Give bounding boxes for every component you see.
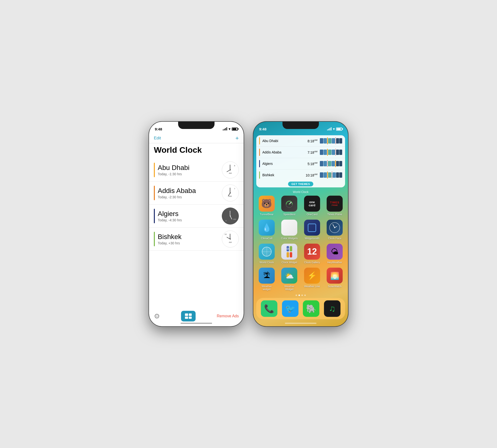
evernote-icon: 🐘 (306, 304, 316, 313)
home-indicator-right (285, 323, 316, 324)
app-label: OneCard (307, 213, 317, 216)
minute-hand (230, 211, 230, 216)
status-icons-left: ▾ (223, 127, 238, 131)
city-info: Algiers Today, -4:30 hrs (158, 210, 219, 222)
bear-icon: 🐻 (261, 199, 272, 209)
app-icon-spotify: ♫ (324, 300, 341, 317)
widget-accent (259, 171, 260, 179)
clock-am-label: AM (229, 172, 232, 174)
widget-accent (259, 149, 260, 156)
widget-row-bishkek: Bishkek 10:18AM (256, 169, 345, 181)
app-heyweather[interactable]: 🌤 HeyWeather (326, 244, 344, 264)
app-label: Clock Widget (281, 261, 297, 264)
app-onecard[interactable]: one card OneCard (303, 196, 322, 216)
widget-time: 10:18AM (306, 173, 317, 177)
city-time-diff: Today, +30 hrs (158, 241, 219, 245)
onecard-content: one card (309, 200, 315, 207)
app-row-3: World Clock 12 Clock Widget 12 (253, 244, 348, 264)
app-widgetsmith[interactable]: Widgetsmith (303, 220, 322, 240)
app-icon-clockface (327, 220, 343, 236)
colorwidgets-content (287, 220, 292, 235)
clock-hour-label: 8 (234, 165, 235, 167)
svg-point-2 (289, 204, 290, 205)
clock-face: 10 AM (222, 231, 239, 248)
app-clockwidget[interactable]: 12 Clock Widget (280, 244, 299, 264)
app-label: Speedtest (283, 213, 295, 216)
list-item-bishkek[interactable]: Bishkek Today, +30 hrs 10 AM (149, 228, 244, 251)
app-weatherline[interactable]: ⚡ Weather Line (303, 268, 322, 291)
app-label: Weather widget (258, 285, 275, 291)
app-tunnelbear[interactable]: 🐻 TunnelBear (257, 196, 276, 216)
worldclock-content (262, 247, 272, 256)
app-weatherwidget1[interactable]: 🏝 Weather widget (257, 268, 276, 291)
get-themes-button[interactable]: GET THEMES (288, 182, 313, 186)
app-icon-twitter: 🐦 (282, 300, 298, 317)
app-icon-speedtest (281, 196, 297, 212)
widget-bar (320, 137, 342, 144)
app-clockgallery[interactable]: 12 Clock Gallery (303, 244, 322, 264)
dock-phone[interactable]: 📞 (261, 300, 277, 317)
clock-am-label: AM (229, 241, 232, 243)
app-icon-solarwatch: 🌅 (327, 268, 343, 284)
widget-button[interactable] (181, 311, 196, 321)
page-dot-3 (301, 295, 303, 296)
minute-hand (230, 234, 230, 239)
app-row-2: 💧 ClimaCell Color Widgets (253, 220, 348, 240)
app-label: Clock Gallery (304, 261, 320, 264)
city-name: Algiers (158, 210, 219, 218)
widget-city-name: Abu Dhabi (262, 139, 308, 143)
city-accent (154, 163, 155, 177)
signal-icon (223, 128, 227, 130)
dock-evernote[interactable]: 🐘 (303, 300, 319, 317)
app-icon-tunnelbear: 🐻 (259, 196, 275, 212)
page-dot-1 (296, 295, 297, 296)
wifi-icon: ▾ (229, 127, 230, 131)
clock-face: 8 AM (222, 161, 239, 178)
app-timesprime[interactable]: TIMES PRIME Times Prime (326, 196, 344, 216)
page-indicators (253, 295, 348, 296)
app-label: Weather Line (304, 285, 320, 288)
remove-ads-button[interactable]: Remove Ads (217, 314, 239, 318)
list-item-algiers[interactable]: Algiers Today, -4:30 hrs AM 5 (149, 205, 244, 228)
page-dot-2 (298, 295, 300, 296)
app-row-4: 🏝 Weather widget ⛅ Weather Widget ⚡ Weat… (253, 268, 348, 291)
center-dot-icon (334, 227, 335, 228)
clock-am-label: AM (233, 218, 236, 220)
app-icon-clockgallery: 12 (304, 244, 320, 260)
center-dot (230, 216, 231, 216)
center-dot (230, 239, 231, 240)
app-worldclock[interactable]: World Clock (257, 244, 276, 264)
list-item-addis-ababa[interactable]: Addis Ababa Today, -2:30 hrs 7 AM (149, 182, 244, 205)
status-time-left: 9:48 (155, 127, 162, 131)
city-accent (154, 209, 155, 223)
app-solarwatch[interactable]: 🌅 SolarWatch (326, 268, 344, 291)
app-icon-clockwidget: 12 (281, 244, 297, 260)
home-indicator (181, 323, 212, 324)
dock-twitter[interactable]: 🐦 (282, 300, 298, 317)
bottom-toolbar: ⚙ Remove Ads (149, 311, 244, 321)
app-weatherwidget2[interactable]: ⛅ Weather Widget (280, 268, 299, 291)
settings-icon[interactable]: ⚙ (154, 312, 160, 320)
center-dot (230, 192, 231, 193)
app-climacell[interactable]: 💧 ClimaCell (257, 220, 276, 240)
list-item-abu-dhabi[interactable]: Abu Dhabi Today, -1:30 hrs 8 AM (149, 159, 244, 182)
widget-bar (320, 160, 342, 167)
status-icons-right: ▾ (327, 127, 342, 131)
app-nav: Edit + (149, 133, 244, 143)
battery-icon (232, 128, 238, 131)
dock-spotify[interactable]: ♫ (324, 300, 341, 317)
app-speedtest[interactable]: Speedtest (280, 196, 299, 216)
clockface-content (329, 222, 340, 233)
widgetsmith-content (308, 224, 316, 232)
edit-button[interactable]: Edit (154, 136, 161, 141)
world-clock-widget[interactable]: Abu Dhabi 8:18AM Addis Ababa 7:18AM (256, 135, 345, 187)
add-button[interactable]: + (235, 135, 239, 141)
app-colorwidgets[interactable]: Color Widgets (280, 220, 299, 240)
clock-am-label: AM (229, 195, 232, 197)
app-label: SolarWatch (328, 285, 342, 288)
island-icon: 🏝 (263, 272, 270, 280)
clockwidget-content: 12 (285, 244, 294, 259)
app-clockface[interactable]: Clock Face (326, 220, 344, 240)
minute-hand (230, 188, 230, 193)
speedtest-svg (284, 199, 294, 208)
